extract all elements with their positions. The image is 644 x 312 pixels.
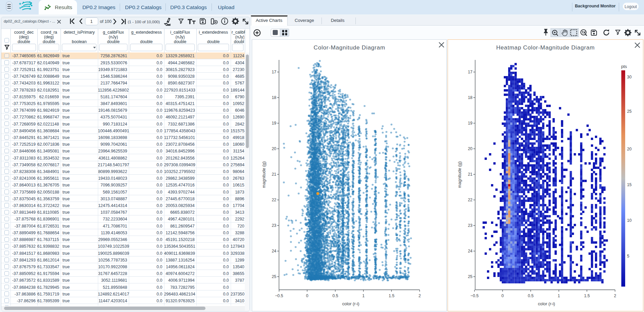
svg-text:Heatmap Color-Magnitude Diagra: Heatmap Color-Magnitude Diagram: [496, 44, 595, 51]
svg-text:pts: pts: [621, 64, 627, 69]
svg-text:19: 19: [271, 121, 276, 126]
svg-text:24: 24: [468, 249, 472, 253]
svg-text:0: 0: [306, 293, 308, 298]
svg-text:magnitude (g): magnitude (g): [261, 162, 266, 188]
svg-text:color (r-i): color (r-i): [342, 301, 359, 306]
svg-text:magnitude (g): magnitude (g): [457, 162, 462, 188]
svg-text:30: 30: [627, 75, 632, 79]
svg-text:25: 25: [627, 109, 632, 114]
svg-text:10: 10: [627, 218, 632, 223]
svg-text:1: 1: [558, 293, 560, 298]
svg-text:22: 22: [468, 198, 472, 202]
svg-text:20: 20: [468, 146, 472, 151]
svg-text:1: 1: [362, 293, 365, 298]
svg-text:23: 23: [468, 223, 472, 228]
svg-text:21: 21: [468, 172, 472, 177]
svg-text:0: 0: [501, 293, 504, 298]
svg-text:18: 18: [271, 95, 276, 100]
svg-text:5: 5: [627, 254, 629, 258]
svg-text:−0.5: −0.5: [470, 293, 478, 298]
svg-text:17: 17: [468, 70, 472, 74]
svg-text:2: 2: [418, 293, 421, 298]
svg-text:1.5: 1.5: [584, 293, 590, 298]
svg-text:25: 25: [468, 274, 472, 279]
svg-text:22: 22: [271, 198, 276, 202]
svg-text:0.5: 0.5: [332, 293, 338, 298]
svg-text:2: 2: [614, 293, 616, 298]
svg-text:Color-Magnitude Diagram: Color-Magnitude Diagram: [313, 44, 385, 51]
svg-text:17: 17: [271, 70, 276, 74]
svg-text:24: 24: [271, 249, 276, 253]
svg-text:18: 18: [468, 95, 472, 100]
svg-text:15: 15: [627, 182, 632, 187]
svg-text:25: 25: [271, 274, 276, 279]
svg-text:23: 23: [271, 223, 276, 228]
svg-text:color (r-i): color (r-i): [538, 301, 555, 306]
svg-text:20: 20: [627, 147, 632, 151]
svg-text:21: 21: [271, 172, 276, 177]
svg-text:1.5: 1.5: [388, 293, 394, 298]
svg-text:20: 20: [271, 146, 276, 151]
svg-text:−0.5: −0.5: [275, 293, 283, 298]
svg-text:19: 19: [468, 121, 472, 126]
svg-text:0.5: 0.5: [528, 293, 533, 298]
